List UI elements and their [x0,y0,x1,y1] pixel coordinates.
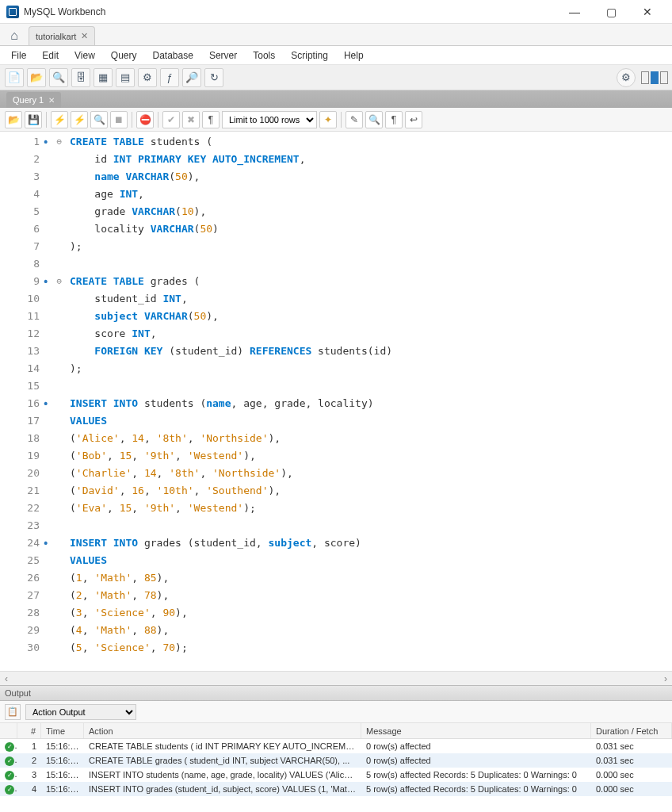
code-line[interactable]: name VARCHAR(50), [70,168,672,186]
settings-icon[interactable]: ⚙ [617,68,636,87]
code-line[interactable]: VALUES [70,552,672,569]
code-area[interactable]: CREATE TABLE students ( id INT PRIMARY K… [48,132,672,671]
menu-file[interactable]: File [3,50,34,61]
footer-space [0,796,672,812]
beautify-icon[interactable]: ✦ [319,111,337,128]
open-file-icon[interactable]: 📂 [5,111,22,128]
output-row[interactable]: ✓215:16:59CREATE TABLE grades ( student_… [0,753,672,768]
minimize-button[interactable]: — [556,0,593,24]
explain-icon[interactable]: 🔍 [90,111,108,128]
code-line[interactable]: ('David', 16, '10th', 'Southend'), [70,482,672,500]
line-number: 16 [0,395,40,412]
code-line[interactable]: ('Charlie', 14, '8th', 'Northside'), [70,465,672,482]
code-line[interactable]: student_id INT, [70,290,672,308]
menu-query[interactable]: Query [103,50,145,61]
code-line[interactable]: subject VARCHAR(50), [70,308,672,325]
toggle-autocommit-icon[interactable]: ⛔ [136,111,154,128]
code-line[interactable]: locality VARCHAR(50) [70,220,672,238]
col-duration[interactable]: Duration / Fetch [591,723,672,738]
inspector-icon[interactable]: 🔍 [49,68,68,87]
code-line[interactable]: ('Bob', 15, '9th', 'Westend'), [70,447,672,465]
code-line[interactable]: INSERT INTO students (name, age, grade, … [70,395,672,412]
code-line[interactable]: CREATE TABLE grades ( [70,273,672,290]
code-line[interactable]: (2, 'Math', 78), [70,587,672,604]
code-line[interactable]: ); [70,238,672,255]
maximize-button[interactable]: ▢ [593,0,629,24]
new-procedure-icon[interactable]: ⚙ [138,68,157,87]
panel-bottom-icon[interactable] [651,71,659,84]
home-icon[interactable]: ⌂ [3,26,25,45]
output-row[interactable]: ✓115:16:59CREATE TABLE students ( id INT… [0,739,672,753]
connection-tab[interactable]: tutorialkart ✕ [29,26,95,45]
code-line[interactable]: (1, 'Math', 85), [70,569,672,587]
open-sql-file-icon[interactable]: 📂 [27,68,46,87]
code-line[interactable] [70,377,672,395]
new-sql-tab-icon[interactable]: 📄 [5,68,24,87]
toggle-whitespace-icon[interactable]: ¶ [202,111,220,128]
query-tab-close-icon[interactable]: ✕ [48,96,55,105]
code-line[interactable] [70,255,672,273]
code-line[interactable]: ('Eva', 15, '9th', 'Westend'); [70,500,672,517]
scroll-right-icon[interactable]: › [659,673,672,684]
code-line[interactable] [70,517,672,534]
invisible-chars-icon[interactable]: ¶ [385,111,403,128]
reconnect-icon[interactable]: ↻ [204,68,223,87]
code-line[interactable]: ('Alice', 14, '8th', 'Northside'), [70,430,672,447]
code-line[interactable]: (3, 'Science', 90), [70,604,672,622]
menu-scripting[interactable]: Scripting [283,50,336,61]
col-message[interactable]: Message [361,723,591,738]
commit-icon[interactable]: ✔ [162,111,180,128]
save-file-icon[interactable]: 💾 [25,111,42,128]
sql-editor[interactable]: 1234567891011121314151617181920212223242… [0,132,672,671]
search-icon[interactable]: 🔍 [365,111,383,128]
menu-tools[interactable]: Tools [245,50,283,61]
menu-database[interactable]: Database [145,50,201,61]
col-action[interactable]: Action [84,723,361,738]
rollback-icon[interactable]: ✖ [182,111,200,128]
panel-left-icon[interactable] [641,71,649,84]
row-message: 0 row(s) affected [361,756,591,765]
panel-toggle[interactable] [640,71,669,84]
horizontal-scrollbar[interactable]: ‹ › [0,671,672,685]
output-mode-select[interactable]: Action Output [25,704,136,720]
execute-current-icon[interactable]: ⚡ [71,111,88,128]
line-number: 28 [0,604,40,622]
code-line[interactable]: grade VARCHAR(10), [70,203,672,220]
query-tab[interactable]: Query 1 ✕ [6,92,61,108]
output-row[interactable]: ✓315:16:59INSERT INTO students (name, ag… [0,768,672,782]
output-row[interactable]: ✓415:16:59INSERT INTO grades (student_id… [0,782,672,796]
connection-tab-close-icon[interactable]: ✕ [81,31,88,41]
code-line[interactable]: ); [70,360,672,377]
menu-server[interactable]: Server [201,50,245,61]
code-line[interactable]: FOREIGN KEY (student_id) REFERENCES stud… [70,343,672,360]
panel-right-icon[interactable] [660,71,668,84]
close-button[interactable]: ✕ [629,0,666,24]
code-line[interactable]: age INT, [70,186,672,203]
find-icon[interactable]: ✎ [346,111,363,128]
new-table-icon[interactable]: ▦ [94,68,113,87]
scroll-track[interactable] [13,672,659,685]
menu-edit[interactable]: Edit [34,50,67,61]
search-table-icon[interactable]: 🔎 [182,68,201,87]
code-line[interactable]: score INT, [70,325,672,343]
code-line[interactable]: id INT PRIMARY KEY AUTO_INCREMENT, [70,151,672,168]
code-line[interactable]: (4, 'Math', 88), [70,622,672,639]
new-function-icon[interactable]: ƒ [160,68,179,87]
col-time[interactable]: Time [41,723,84,738]
row-message: 5 row(s) affected Records: 5 Duplicates:… [361,770,591,779]
stop-icon[interactable]: ⏹ [110,111,128,128]
menu-view[interactable]: View [67,50,103,61]
output-clear-icon[interactable]: 📋 [5,704,21,720]
scroll-left-icon[interactable]: ‹ [0,673,13,684]
row-limit-select[interactable]: Limit to 1000 rows [222,111,317,128]
execute-icon[interactable]: ⚡ [51,111,68,128]
menu-help[interactable]: Help [336,50,372,61]
code-line[interactable]: CREATE TABLE students ( [70,133,672,151]
col-index[interactable]: # [17,723,41,738]
code-line[interactable]: INSERT INTO grades (student_id, subject,… [70,534,672,552]
code-line[interactable]: VALUES [70,412,672,430]
wrap-icon[interactable]: ↩ [405,111,422,128]
new-schema-icon[interactable]: 🗄 [71,68,90,87]
code-line[interactable]: (5, 'Science', 70); [70,639,672,657]
new-view-icon[interactable]: ▤ [116,68,135,87]
